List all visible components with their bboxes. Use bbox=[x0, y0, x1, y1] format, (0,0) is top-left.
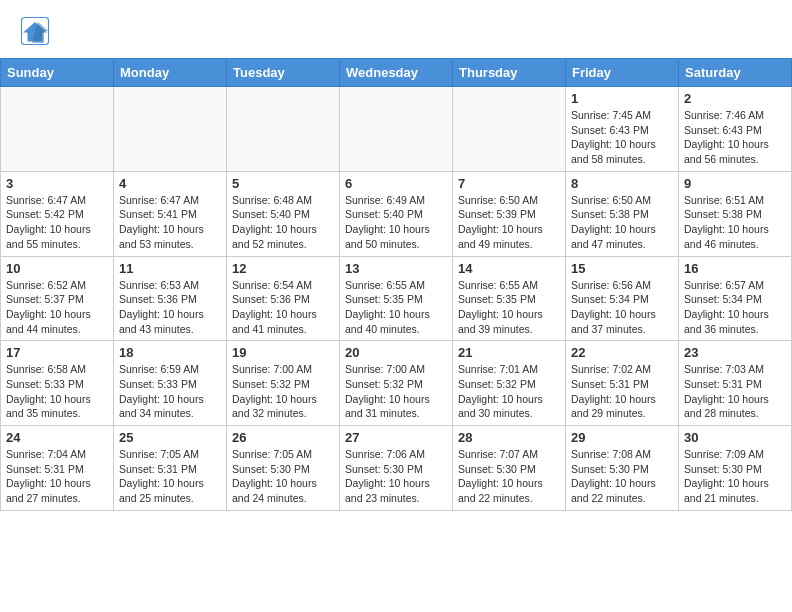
day-number: 7 bbox=[458, 176, 560, 191]
calendar-cell: 5Sunrise: 6:48 AM Sunset: 5:40 PM Daylig… bbox=[227, 171, 340, 256]
day-info: Sunrise: 6:50 AM Sunset: 5:39 PM Dayligh… bbox=[458, 193, 560, 252]
day-number: 19 bbox=[232, 345, 334, 360]
day-info: Sunrise: 7:08 AM Sunset: 5:30 PM Dayligh… bbox=[571, 447, 673, 506]
day-info: Sunrise: 7:06 AM Sunset: 5:30 PM Dayligh… bbox=[345, 447, 447, 506]
day-number: 8 bbox=[571, 176, 673, 191]
calendar-cell: 12Sunrise: 6:54 AM Sunset: 5:36 PM Dayli… bbox=[227, 256, 340, 341]
day-number: 21 bbox=[458, 345, 560, 360]
logo bbox=[20, 16, 52, 46]
calendar-header-saturday: Saturday bbox=[679, 59, 792, 87]
day-info: Sunrise: 7:05 AM Sunset: 5:31 PM Dayligh… bbox=[119, 447, 221, 506]
day-number: 18 bbox=[119, 345, 221, 360]
calendar-cell bbox=[453, 87, 566, 172]
calendar-header-wednesday: Wednesday bbox=[340, 59, 453, 87]
day-number: 29 bbox=[571, 430, 673, 445]
day-info: Sunrise: 6:55 AM Sunset: 5:35 PM Dayligh… bbox=[458, 278, 560, 337]
calendar-cell bbox=[1, 87, 114, 172]
calendar-cell: 11Sunrise: 6:53 AM Sunset: 5:36 PM Dayli… bbox=[114, 256, 227, 341]
day-info: Sunrise: 7:01 AM Sunset: 5:32 PM Dayligh… bbox=[458, 362, 560, 421]
calendar-cell: 13Sunrise: 6:55 AM Sunset: 5:35 PM Dayli… bbox=[340, 256, 453, 341]
calendar-cell: 24Sunrise: 7:04 AM Sunset: 5:31 PM Dayli… bbox=[1, 426, 114, 511]
day-number: 25 bbox=[119, 430, 221, 445]
day-info: Sunrise: 6:51 AM Sunset: 5:38 PM Dayligh… bbox=[684, 193, 786, 252]
calendar-week-5: 24Sunrise: 7:04 AM Sunset: 5:31 PM Dayli… bbox=[1, 426, 792, 511]
day-number: 5 bbox=[232, 176, 334, 191]
day-number: 4 bbox=[119, 176, 221, 191]
calendar-header-row: SundayMondayTuesdayWednesdayThursdayFrid… bbox=[1, 59, 792, 87]
day-info: Sunrise: 6:56 AM Sunset: 5:34 PM Dayligh… bbox=[571, 278, 673, 337]
day-number: 23 bbox=[684, 345, 786, 360]
day-number: 15 bbox=[571, 261, 673, 276]
calendar-week-4: 17Sunrise: 6:58 AM Sunset: 5:33 PM Dayli… bbox=[1, 341, 792, 426]
calendar-cell: 21Sunrise: 7:01 AM Sunset: 5:32 PM Dayli… bbox=[453, 341, 566, 426]
calendar-cell: 16Sunrise: 6:57 AM Sunset: 5:34 PM Dayli… bbox=[679, 256, 792, 341]
calendar-cell: 7Sunrise: 6:50 AM Sunset: 5:39 PM Daylig… bbox=[453, 171, 566, 256]
calendar-cell: 28Sunrise: 7:07 AM Sunset: 5:30 PM Dayli… bbox=[453, 426, 566, 511]
day-number: 11 bbox=[119, 261, 221, 276]
day-info: Sunrise: 6:55 AM Sunset: 5:35 PM Dayligh… bbox=[345, 278, 447, 337]
calendar-header-friday: Friday bbox=[566, 59, 679, 87]
day-info: Sunrise: 7:00 AM Sunset: 5:32 PM Dayligh… bbox=[345, 362, 447, 421]
calendar-header-tuesday: Tuesday bbox=[227, 59, 340, 87]
day-info: Sunrise: 7:05 AM Sunset: 5:30 PM Dayligh… bbox=[232, 447, 334, 506]
day-info: Sunrise: 6:53 AM Sunset: 5:36 PM Dayligh… bbox=[119, 278, 221, 337]
calendar-cell bbox=[227, 87, 340, 172]
day-number: 24 bbox=[6, 430, 108, 445]
day-number: 16 bbox=[684, 261, 786, 276]
day-number: 9 bbox=[684, 176, 786, 191]
calendar-cell: 27Sunrise: 7:06 AM Sunset: 5:30 PM Dayli… bbox=[340, 426, 453, 511]
calendar-cell: 20Sunrise: 7:00 AM Sunset: 5:32 PM Dayli… bbox=[340, 341, 453, 426]
calendar-cell: 9Sunrise: 6:51 AM Sunset: 5:38 PM Daylig… bbox=[679, 171, 792, 256]
day-number: 20 bbox=[345, 345, 447, 360]
calendar-cell: 4Sunrise: 6:47 AM Sunset: 5:41 PM Daylig… bbox=[114, 171, 227, 256]
calendar-week-2: 3Sunrise: 6:47 AM Sunset: 5:42 PM Daylig… bbox=[1, 171, 792, 256]
calendar-header-thursday: Thursday bbox=[453, 59, 566, 87]
day-info: Sunrise: 6:49 AM Sunset: 5:40 PM Dayligh… bbox=[345, 193, 447, 252]
day-number: 10 bbox=[6, 261, 108, 276]
day-number: 28 bbox=[458, 430, 560, 445]
day-number: 17 bbox=[6, 345, 108, 360]
calendar-cell: 26Sunrise: 7:05 AM Sunset: 5:30 PM Dayli… bbox=[227, 426, 340, 511]
day-number: 12 bbox=[232, 261, 334, 276]
day-number: 14 bbox=[458, 261, 560, 276]
day-number: 3 bbox=[6, 176, 108, 191]
calendar-cell bbox=[340, 87, 453, 172]
day-info: Sunrise: 7:00 AM Sunset: 5:32 PM Dayligh… bbox=[232, 362, 334, 421]
day-number: 6 bbox=[345, 176, 447, 191]
calendar-cell: 1Sunrise: 7:45 AM Sunset: 6:43 PM Daylig… bbox=[566, 87, 679, 172]
calendar-week-3: 10Sunrise: 6:52 AM Sunset: 5:37 PM Dayli… bbox=[1, 256, 792, 341]
calendar-cell: 29Sunrise: 7:08 AM Sunset: 5:30 PM Dayli… bbox=[566, 426, 679, 511]
calendar-table: SundayMondayTuesdayWednesdayThursdayFrid… bbox=[0, 58, 792, 511]
day-info: Sunrise: 7:45 AM Sunset: 6:43 PM Dayligh… bbox=[571, 108, 673, 167]
day-number: 13 bbox=[345, 261, 447, 276]
day-info: Sunrise: 6:54 AM Sunset: 5:36 PM Dayligh… bbox=[232, 278, 334, 337]
calendar-cell: 8Sunrise: 6:50 AM Sunset: 5:38 PM Daylig… bbox=[566, 171, 679, 256]
day-info: Sunrise: 6:59 AM Sunset: 5:33 PM Dayligh… bbox=[119, 362, 221, 421]
day-number: 27 bbox=[345, 430, 447, 445]
calendar-cell: 2Sunrise: 7:46 AM Sunset: 6:43 PM Daylig… bbox=[679, 87, 792, 172]
day-info: Sunrise: 7:04 AM Sunset: 5:31 PM Dayligh… bbox=[6, 447, 108, 506]
calendar-cell: 3Sunrise: 6:47 AM Sunset: 5:42 PM Daylig… bbox=[1, 171, 114, 256]
calendar-cell: 22Sunrise: 7:02 AM Sunset: 5:31 PM Dayli… bbox=[566, 341, 679, 426]
day-number: 26 bbox=[232, 430, 334, 445]
calendar-cell: 30Sunrise: 7:09 AM Sunset: 5:30 PM Dayli… bbox=[679, 426, 792, 511]
day-number: 30 bbox=[684, 430, 786, 445]
day-number: 2 bbox=[684, 91, 786, 106]
day-info: Sunrise: 6:50 AM Sunset: 5:38 PM Dayligh… bbox=[571, 193, 673, 252]
day-info: Sunrise: 6:48 AM Sunset: 5:40 PM Dayligh… bbox=[232, 193, 334, 252]
calendar-cell: 6Sunrise: 6:49 AM Sunset: 5:40 PM Daylig… bbox=[340, 171, 453, 256]
calendar-cell: 25Sunrise: 7:05 AM Sunset: 5:31 PM Dayli… bbox=[114, 426, 227, 511]
day-info: Sunrise: 6:47 AM Sunset: 5:42 PM Dayligh… bbox=[6, 193, 108, 252]
calendar-cell: 18Sunrise: 6:59 AM Sunset: 5:33 PM Dayli… bbox=[114, 341, 227, 426]
day-info: Sunrise: 7:46 AM Sunset: 6:43 PM Dayligh… bbox=[684, 108, 786, 167]
logo-icon bbox=[20, 16, 50, 46]
calendar-cell: 10Sunrise: 6:52 AM Sunset: 5:37 PM Dayli… bbox=[1, 256, 114, 341]
calendar-cell: 15Sunrise: 6:56 AM Sunset: 5:34 PM Dayli… bbox=[566, 256, 679, 341]
day-info: Sunrise: 6:58 AM Sunset: 5:33 PM Dayligh… bbox=[6, 362, 108, 421]
day-info: Sunrise: 6:57 AM Sunset: 5:34 PM Dayligh… bbox=[684, 278, 786, 337]
day-number: 1 bbox=[571, 91, 673, 106]
calendar-header-sunday: Sunday bbox=[1, 59, 114, 87]
page-header bbox=[0, 0, 792, 54]
day-number: 22 bbox=[571, 345, 673, 360]
day-info: Sunrise: 7:02 AM Sunset: 5:31 PM Dayligh… bbox=[571, 362, 673, 421]
